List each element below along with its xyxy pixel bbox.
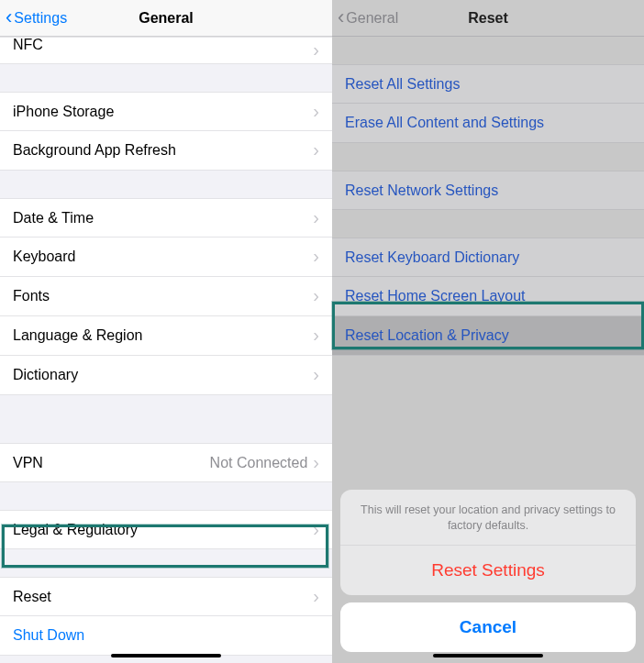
row-date-time[interactable]: Date & Time › [0, 198, 332, 238]
row-dictionary[interactable]: Dictionary › [0, 356, 332, 395]
row-label: NFC [13, 37, 313, 53]
action-sheet: This will reset your location and privac… [340, 490, 636, 652]
row-keyboard[interactable]: Keyboard › [0, 238, 332, 277]
row-label: Date & Time [13, 210, 313, 227]
reset-screen: ‹ General Reset Reset All Settings Erase… [332, 0, 644, 663]
row-legal-regulatory[interactable]: Legal & Regulatory › [0, 510, 332, 549]
row-background-app-refresh[interactable]: Background App Refresh › [0, 131, 332, 171]
row-label: Fonts [13, 288, 313, 304]
nav-title: General [139, 10, 194, 27]
row-label: Legal & Regulatory [13, 522, 313, 538]
row-label: Reset Location & Privacy [345, 327, 631, 344]
chevron-right-icon: › [313, 140, 319, 159]
row-shut-down[interactable]: Shut Down [0, 616, 332, 656]
action-sheet-message: This will reset your location and privac… [340, 490, 636, 546]
row-label: Keyboard [13, 249, 313, 265]
row-language-region[interactable]: Language & Region › [0, 316, 332, 356]
row-label: Reset Home Screen Layout [345, 288, 631, 304]
general-settings-screen: ‹ Settings General NFC › iPhone Storage … [0, 0, 332, 663]
row-label: Reset Network Settings [345, 182, 631, 199]
nav-bar-general: ‹ Settings General [0, 0, 332, 37]
chevron-right-icon: › [313, 40, 319, 59]
group-gap [0, 482, 332, 510]
row-label: Reset All Settings [345, 76, 631, 93]
back-to-general-button[interactable]: ‹ General [338, 8, 398, 28]
row-erase-all-content[interactable]: Erase All Content and Settings [332, 104, 644, 143]
cancel-button[interactable]: Cancel [340, 602, 636, 652]
row-vpn[interactable]: VPN Not Connected › [0, 443, 332, 482]
home-indicator[interactable] [433, 654, 543, 657]
chevron-right-icon: › [313, 453, 319, 471]
row-label: Background App Refresh [13, 142, 313, 159]
row-label: VPN [13, 455, 210, 471]
group-gap [0, 171, 332, 198]
action-sheet-group: This will reset your location and privac… [340, 490, 636, 595]
row-reset-location-privacy[interactable]: Reset Location & Privacy [332, 316, 644, 356]
row-nfc[interactable]: NFC › [0, 37, 332, 64]
group-gap [332, 143, 644, 171]
row-label: Erase All Content and Settings [345, 115, 631, 131]
group-gap [0, 395, 332, 443]
back-to-settings-button[interactable]: ‹ Settings [6, 8, 67, 28]
row-fonts[interactable]: Fonts › [0, 277, 332, 316]
group-gap [0, 549, 332, 577]
nav-title: Reset [468, 10, 508, 27]
chevron-right-icon: › [313, 286, 319, 304]
row-reset-keyboard-dictionary[interactable]: Reset Keyboard Dictionary [332, 238, 644, 277]
nav-bar-reset: ‹ General Reset [332, 0, 644, 37]
row-label: Language & Region [13, 327, 313, 344]
chevron-left-icon: ‹ [338, 7, 344, 28]
row-reset[interactable]: Reset › [0, 577, 332, 616]
row-label: iPhone Storage [13, 104, 313, 120]
group-gap [332, 37, 644, 64]
group-gap [0, 64, 332, 92]
chevron-right-icon: › [313, 326, 319, 344]
row-label: Dictionary [13, 367, 313, 383]
row-reset-network-settings[interactable]: Reset Network Settings [332, 171, 644, 210]
back-label: Settings [14, 10, 67, 27]
chevron-right-icon: › [313, 587, 319, 605]
reset-settings-button[interactable]: Reset Settings [340, 546, 636, 595]
row-value: Not Connected [210, 455, 308, 471]
general-list[interactable]: NFC › iPhone Storage › Background App Re… [0, 37, 332, 663]
row-reset-home-screen-layout[interactable]: Reset Home Screen Layout [332, 277, 644, 316]
row-label: Reset Keyboard Dictionary [345, 249, 631, 266]
row-label: Reset [13, 589, 313, 605]
chevron-right-icon: › [313, 520, 319, 538]
row-iphone-storage[interactable]: iPhone Storage › [0, 92, 332, 131]
chevron-right-icon: › [313, 208, 319, 227]
chevron-right-icon: › [313, 247, 319, 265]
chevron-left-icon: ‹ [6, 7, 12, 28]
row-label: Shut Down [13, 627, 319, 644]
back-label: General [346, 10, 398, 27]
group-gap [332, 210, 644, 238]
home-indicator[interactable] [111, 654, 221, 657]
chevron-right-icon: › [313, 102, 319, 120]
row-reset-all-settings[interactable]: Reset All Settings [332, 64, 644, 104]
chevron-right-icon: › [313, 365, 319, 383]
